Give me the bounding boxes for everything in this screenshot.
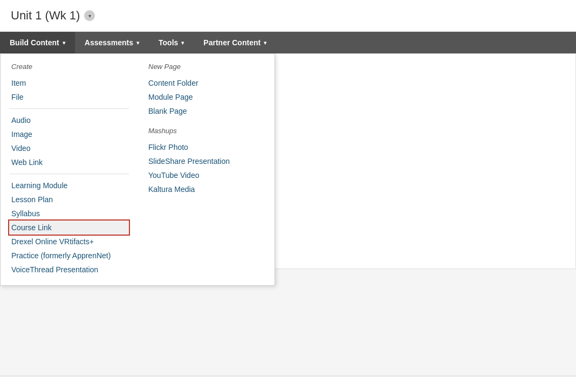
audio-link[interactable]: Audio [9,113,129,127]
build-content-caret-icon: ▾ [63,40,65,46]
new-page-column: New Page Content Folder Module Page Blan… [138,63,275,277]
learning-module-link[interactable]: Learning Module [9,178,129,192]
mashups-header: Mashups [146,127,266,135]
image-link[interactable]: Image [9,127,129,141]
youtube-video-link[interactable]: YouTube Video [146,168,266,182]
blank-page-link[interactable]: Blank Page [146,104,266,118]
tools-caret-icon: ▾ [181,40,184,46]
title-text: Unit 1 (Wk 1) [11,9,80,23]
build-content-label: Build Content [10,38,59,47]
syllabus-link[interactable]: Syllabus [9,207,129,221]
drexel-link[interactable]: Drexel Online VRtifacts+ [9,235,129,249]
separator-1 [9,108,129,109]
build-content-dropdown: Create Item File Audio Image Video Web L… [0,53,275,286]
practice-link[interactable]: Practice (formerly ApprenNet) [9,249,129,263]
partner-content-caret-icon: ▾ [264,40,266,46]
content-folder-link[interactable]: Content Folder [146,76,266,90]
toolbar: Build Content ▾ Assessments ▾ Tools ▾ Pa… [0,32,576,53]
partner-content-button[interactable]: Partner Content ▾ [194,32,276,53]
page-header: Unit 1 (Wk 1) ▾ [0,0,576,32]
lesson-plan-link[interactable]: Lesson Plan [9,192,129,207]
assessments-label: Assessments [85,38,133,47]
module-page-link[interactable]: Module Page [146,90,266,104]
kaltura-media-link[interactable]: Kaltura Media [146,182,266,196]
partner-content-label: Partner Content [203,38,260,47]
slideshare-link[interactable]: SlideShare Presentation [146,154,266,168]
build-content-button[interactable]: Build Content ▾ [0,32,75,53]
create-header: Create [9,63,129,71]
item-link[interactable]: Item [9,76,129,90]
flickr-photo-link[interactable]: Flickr Photo [146,140,266,154]
tools-button[interactable]: Tools ▾ [149,32,194,53]
video-link[interactable]: Video [9,141,129,155]
web-link-link[interactable]: Web Link [9,155,129,169]
assessments-button[interactable]: Assessments ▾ [75,32,149,53]
title-chevron-button[interactable]: ▾ [84,10,95,21]
separator-2 [9,174,129,174]
course-link-link[interactable]: Course Link [9,221,129,235]
voicethread-link[interactable]: VoiceThread Presentation [9,263,129,277]
create-column: Create Item File Audio Image Video Web L… [1,63,138,277]
bottom-bar [0,376,576,392]
page-title: Unit 1 (Wk 1) ▾ [11,9,565,23]
file-link[interactable]: File [9,90,129,104]
new-page-header: New Page [146,63,266,71]
tools-label: Tools [159,38,178,47]
assessments-caret-icon: ▾ [136,40,139,46]
